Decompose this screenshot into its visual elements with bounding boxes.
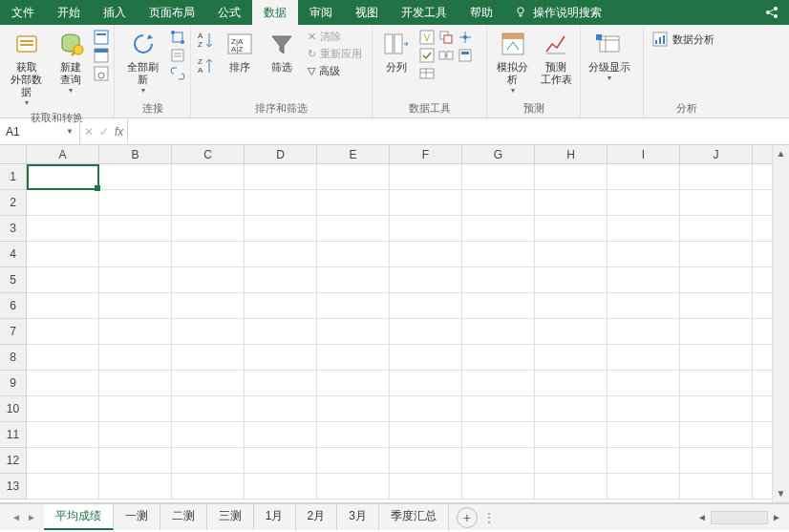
menu-home[interactable]: 开始 [46, 0, 92, 25]
tab-more-button[interactable]: ⋮ [483, 511, 495, 524]
column-header[interactable]: J [680, 145, 753, 163]
cell[interactable] [27, 371, 99, 395]
cancel-formula-button[interactable]: ✕ [84, 125, 94, 138]
data-validation-button[interactable] [418, 47, 436, 64]
cell[interactable] [27, 448, 99, 473]
scroll-left-button[interactable]: ◄ [693, 512, 711, 522]
cell[interactable] [462, 319, 535, 344]
cell[interactable] [680, 293, 753, 318]
cell[interactable] [608, 164, 680, 189]
from-table-button[interactable] [93, 47, 110, 64]
cell[interactable] [99, 396, 172, 421]
tab-prev-button[interactable]: ◄ [11, 512, 21, 522]
cell[interactable] [680, 474, 753, 499]
hscroll-track[interactable] [711, 511, 768, 524]
cell[interactable] [535, 319, 608, 344]
cell[interactable] [462, 164, 535, 189]
sheet-tab[interactable]: 二测 [160, 504, 207, 530]
cell[interactable] [245, 319, 317, 344]
cell[interactable] [462, 396, 535, 421]
row-header[interactable]: 8 [0, 345, 26, 371]
cell[interactable] [245, 474, 317, 499]
cell[interactable] [608, 474, 680, 499]
cell[interactable] [608, 319, 680, 344]
cell[interactable] [172, 293, 245, 318]
column-header[interactable]: A [27, 145, 99, 163]
cell[interactable] [680, 448, 753, 473]
cell[interactable] [535, 242, 608, 266]
cell[interactable] [172, 474, 245, 499]
refresh-all-button[interactable]: 全部刷新 ▾ [118, 27, 167, 96]
formula-input[interactable] [128, 118, 789, 144]
cell[interactable] [172, 190, 245, 215]
row-header[interactable]: 4 [0, 242, 26, 267]
relationships-button[interactable] [437, 47, 455, 64]
cell[interactable] [317, 164, 390, 189]
cell[interactable] [27, 216, 99, 241]
cell[interactable] [680, 371, 753, 395]
cell[interactable] [245, 422, 317, 447]
menu-insert[interactable]: 插入 [92, 0, 138, 25]
connections-button[interactable] [169, 29, 186, 46]
add-sheet-button[interactable]: + [457, 507, 478, 528]
data-model-button[interactable] [457, 47, 474, 64]
column-header[interactable]: B [99, 145, 172, 163]
cell[interactable] [317, 242, 390, 266]
cell[interactable] [535, 164, 608, 189]
row-header[interactable]: 10 [0, 396, 26, 422]
cell[interactable] [608, 396, 680, 421]
new-query-button[interactable]: 新建 查询 ▾ [51, 27, 91, 96]
cell[interactable] [680, 267, 753, 292]
tell-me-search[interactable]: 操作说明搜索 [504, 0, 611, 25]
cell[interactable] [535, 448, 608, 473]
cell[interactable] [27, 267, 99, 292]
cell[interactable] [172, 345, 245, 370]
cell[interactable] [462, 474, 535, 499]
consolidate-button[interactable] [457, 29, 474, 46]
cell[interactable] [172, 164, 245, 189]
cell[interactable] [462, 448, 535, 473]
menu-help[interactable]: 帮助 [458, 0, 504, 25]
cell[interactable] [99, 448, 172, 473]
tab-next-button[interactable]: ► [27, 512, 36, 522]
row-header[interactable]: 5 [0, 267, 26, 293]
cell[interactable] [99, 216, 172, 241]
menu-review[interactable]: 审阅 [298, 0, 344, 25]
cell[interactable] [245, 164, 317, 189]
sheet-tab[interactable]: 平均成绩 [44, 504, 114, 530]
row-header[interactable]: 9 [0, 371, 26, 396]
cell[interactable] [245, 396, 317, 421]
cell[interactable] [390, 345, 462, 370]
cell[interactable] [390, 319, 462, 344]
cell[interactable] [535, 371, 608, 395]
cell[interactable] [99, 474, 172, 499]
cell[interactable] [680, 242, 753, 266]
cell[interactable] [317, 371, 390, 395]
row-header[interactable]: 1 [0, 164, 26, 190]
vertical-scrollbar[interactable]: ▲ ▼ [772, 145, 789, 502]
cell[interactable] [172, 216, 245, 241]
cell[interactable] [535, 293, 608, 318]
cell[interactable] [317, 345, 390, 370]
row-header[interactable]: 7 [0, 319, 26, 345]
column-header[interactable]: C [172, 145, 245, 163]
cell[interactable] [245, 293, 317, 318]
menu-data[interactable]: 数据 [252, 0, 298, 25]
cell[interactable] [608, 242, 680, 266]
menu-page-layout[interactable]: 页面布局 [138, 0, 206, 25]
get-external-data-button[interactable]: 获取 外部数据 ▾ [4, 27, 49, 109]
column-header[interactable]: G [462, 145, 535, 163]
cell[interactable] [680, 164, 753, 189]
cell[interactable] [99, 319, 172, 344]
cell[interactable] [27, 319, 99, 344]
remove-duplicates-button[interactable] [437, 29, 455, 46]
cell[interactable] [535, 267, 608, 292]
cell[interactable] [535, 396, 608, 421]
cell[interactable] [680, 190, 753, 215]
cell[interactable] [317, 293, 390, 318]
sort-button[interactable]: Z|AA|Z 排序 [220, 27, 260, 75]
scroll-right-button[interactable]: ► [768, 512, 785, 522]
cell[interactable] [462, 293, 535, 318]
cell[interactable] [608, 190, 680, 215]
cell[interactable] [462, 190, 535, 215]
